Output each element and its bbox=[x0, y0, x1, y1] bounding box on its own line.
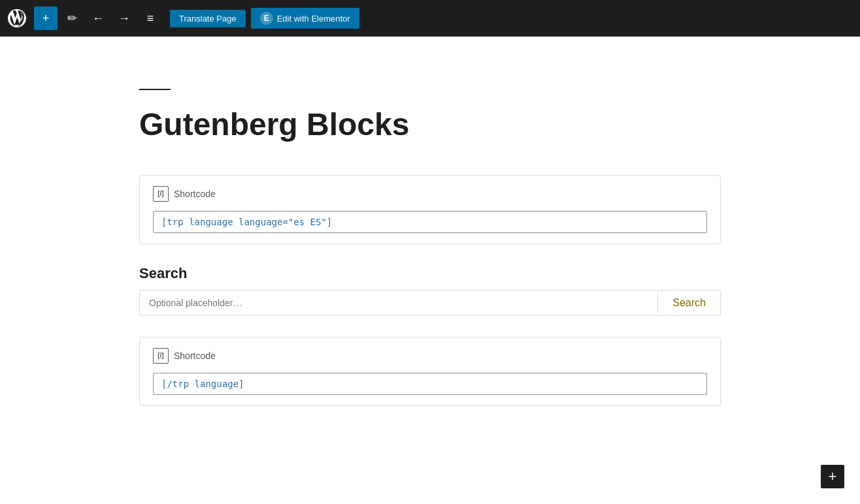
elementor-button-label: Edit with Elementor bbox=[277, 14, 350, 24]
shortcode-block-1: [/] Shortcode bbox=[139, 175, 721, 244]
elementor-icon: E bbox=[260, 12, 273, 25]
edit-with-elementor-button[interactable]: E Edit with Elementor bbox=[251, 8, 359, 29]
main-content: Gutenberg Blocks [/] Shortcode Search Se… bbox=[0, 37, 860, 479]
page-title: Gutenberg Blocks bbox=[139, 106, 721, 144]
search-widget: Search Search bbox=[139, 265, 721, 316]
shortcode-input-2[interactable] bbox=[153, 373, 707, 395]
bottom-plus-icon: + bbox=[829, 468, 837, 479]
toolbar: + ✏ ← → ≡ Translate Page E Edit with Ele… bbox=[0, 0, 860, 37]
redo-icon: → bbox=[118, 12, 130, 25]
shortcode-block-2: [/] Shortcode bbox=[139, 337, 721, 406]
search-widget-title: Search bbox=[139, 265, 721, 282]
shortcode-header-2: [/] Shortcode bbox=[153, 348, 707, 364]
undo-icon: ← bbox=[92, 12, 104, 25]
shortcode-label-2: Shortcode bbox=[174, 351, 216, 361]
shortcode-icon-1: [/] bbox=[153, 186, 169, 202]
translate-page-button[interactable]: Translate Page bbox=[170, 10, 246, 27]
redo-button[interactable]: → bbox=[112, 7, 136, 30]
page-separator bbox=[139, 89, 171, 90]
shortcode-icon-2: [/] bbox=[153, 348, 169, 364]
shortcode-label-1: Shortcode bbox=[174, 189, 216, 199]
undo-button[interactable]: ← bbox=[86, 7, 110, 30]
shortcode-input-1[interactable] bbox=[153, 211, 707, 233]
shortcode-header-1: [/] Shortcode bbox=[153, 186, 707, 202]
edit-button[interactable]: ✏ bbox=[60, 7, 84, 30]
list-button[interactable]: ≡ bbox=[139, 7, 162, 30]
bottom-add-button[interactable]: + bbox=[821, 465, 844, 479]
list-icon: ≡ bbox=[147, 12, 154, 25]
search-input[interactable] bbox=[139, 290, 657, 316]
search-button[interactable]: Search bbox=[657, 290, 721, 316]
plus-icon: + bbox=[42, 12, 50, 25]
pencil-icon: ✏ bbox=[67, 11, 77, 25]
add-block-button[interactable]: + bbox=[34, 7, 58, 30]
search-widget-row: Search bbox=[139, 290, 721, 316]
wp-logo bbox=[5, 7, 29, 30]
